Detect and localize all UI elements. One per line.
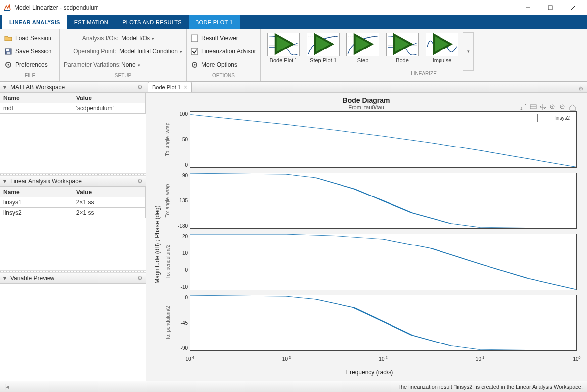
result-viewer-label: Result Viewer (201, 35, 238, 42)
save-session-button[interactable]: Save Session (4, 46, 55, 57)
legend[interactable]: linsys2 (537, 114, 573, 122)
svg-rect-2 (548, 6, 552, 10)
titlebar: Model Linearizer - scdpendulum (0, 0, 587, 15)
axes[interactable] (190, 295, 577, 351)
zoom-out-icon[interactable] (559, 103, 567, 111)
tab-estimation[interactable]: ESTIMATION (67, 15, 115, 29)
gallery-caption: Bode Plot 1 (270, 57, 298, 63)
axes[interactable] (190, 173, 577, 229)
column-name[interactable]: Name (0, 187, 73, 197)
toolstrip-group-setup: Analysis I/Os: Model I/Os Operating Poin… (60, 29, 187, 81)
panel-options-icon[interactable]: ⚙ (137, 275, 143, 282)
load-session-button[interactable]: Load Session (4, 33, 55, 44)
table-row[interactable]: mdl 'scdpendulum' (0, 103, 146, 114)
close-button[interactable] (562, 0, 585, 15)
subplot-phase-pendulum: To: pendulum/2 0-45-90 (163, 295, 577, 351)
collapse-triangle-icon: ▾ (3, 84, 8, 91)
column-value[interactable]: Value (73, 93, 145, 103)
right-column: Bode Plot 1 × ⚙ Bode Diagram From: tau0/… (146, 82, 587, 381)
pan-icon[interactable] (539, 103, 547, 111)
table-row[interactable]: linsys2 2×1 ss (0, 208, 146, 218)
subplot-ylabel: To: pendulum/2 (165, 245, 171, 279)
svg-marker-20 (355, 35, 372, 53)
analysis-ios-dropdown[interactable]: Model I/Os (121, 35, 154, 42)
gear-icon (191, 61, 198, 69)
plot-xlabel: Frequency (rad/s) (163, 369, 577, 378)
operating-point-dropdown[interactable]: Model Initial Condition (119, 48, 182, 55)
more-options-label: More Options (201, 61, 237, 68)
brush-icon[interactable] (519, 103, 527, 111)
content-area: ▾ MATLAB Workspace ⚙ Name Value mdl 'scd… (0, 82, 587, 381)
cell-name: mdl (0, 103, 73, 114)
yticks: -90-135-180 (173, 173, 190, 229)
variable-preview-header[interactable]: ▾ Variable Preview ⚙ (0, 273, 146, 284)
linear-workspace-table: Name Value linsys1 2×1 ss linsys2 2×1 ss (0, 187, 146, 218)
column-name[interactable]: Name (0, 93, 73, 103)
legend-swatch-icon (540, 118, 551, 118)
doc-tabs-options-icon[interactable]: ⚙ (578, 85, 584, 92)
zoom-in-icon[interactable] (549, 103, 557, 111)
table-row[interactable]: linsys1 2×1 ss (0, 197, 146, 208)
linearization-advisor-checkbox[interactable]: Linearization Advisor (191, 46, 256, 57)
svg-rect-6 (6, 49, 9, 51)
matlab-workspace-header[interactable]: ▾ MATLAB Workspace ⚙ (0, 82, 146, 93)
statusbar-history-icon[interactable]: |◂ (4, 383, 9, 390)
toolstrip-group-options: Result Viewer Linearization Advisor More… (187, 29, 261, 81)
more-options-button[interactable]: More Options (191, 59, 256, 70)
home-icon[interactable] (569, 103, 577, 111)
step-thumb-icon (307, 33, 340, 56)
app-window: Model Linearizer - scdpendulum LINEAR AN… (0, 0, 587, 392)
plot-ylabel: Magnitude (dB) ; Phase (deg) (152, 111, 163, 378)
minimize-button[interactable] (516, 0, 539, 15)
axes[interactable]: linsys2 (190, 111, 577, 168)
svg-marker-22 (394, 35, 412, 53)
gallery-expand-button[interactable]: ▾ (463, 32, 474, 71)
window-title: Model Linearizer - scdpendulum (14, 4, 516, 11)
gallery-caption: Step Plot 1 (310, 57, 337, 63)
plot-title: Bode Diagram (152, 97, 581, 104)
legend-label: linsys2 (554, 115, 570, 121)
toolstrip: Load Session Save Session Preferences FI… (0, 29, 587, 82)
result-viewer-checkbox[interactable]: Result Viewer (191, 33, 256, 44)
gallery-item-step-plot-1[interactable]: Step Plot 1 (304, 31, 342, 70)
close-tab-icon[interactable]: × (184, 84, 187, 91)
folder-open-icon (4, 34, 12, 42)
axes[interactable] (190, 234, 577, 290)
svg-point-13 (194, 64, 196, 66)
linear-workspace-header[interactable]: ▾ Linear Analysis Workspace ⚙ (0, 176, 146, 187)
gallery-item-bode[interactable]: Bode (384, 31, 421, 70)
param-variations-dropdown[interactable]: None (121, 61, 140, 68)
floppy-disk-icon (4, 48, 12, 55)
svg-marker-18 (315, 35, 333, 53)
file-group-label: FILE (4, 73, 55, 81)
yticks: 20100-10 (173, 234, 190, 290)
svg-point-9 (8, 64, 9, 66)
column-value[interactable]: Value (73, 187, 145, 197)
bode-thumb-icon (267, 33, 300, 56)
matlab-workspace-title: MATLAB Workspace (10, 84, 65, 91)
datatips-icon[interactable] (529, 103, 537, 111)
gallery-caption: Impulse (433, 57, 452, 63)
svg-marker-16 (276, 35, 293, 53)
maximize-button[interactable] (539, 0, 562, 15)
panel-options-icon[interactable]: ⚙ (137, 178, 143, 185)
tab-linear-analysis[interactable]: LINEAR ANALYSIS (2, 15, 67, 29)
preferences-button[interactable]: Preferences (4, 59, 55, 70)
gallery-caption: Step (357, 57, 369, 63)
plot-toolbar (519, 103, 577, 111)
toolstrip-group-linearize: Bode Plot 1 Step Plot 1 Step (261, 29, 587, 81)
load-session-label: Load Session (15, 35, 51, 42)
svg-line-27 (554, 108, 556, 110)
tab-plots-results[interactable]: PLOTS AND RESULTS (115, 15, 189, 29)
param-variations-label: Parameter Variations: (64, 61, 118, 68)
gallery-item-bode-plot-1[interactable]: Bode Plot 1 (265, 31, 302, 70)
cell-name: linsys1 (0, 197, 73, 208)
gallery-item-step[interactable]: Step (344, 31, 382, 70)
panel-options-icon[interactable]: ⚙ (137, 84, 143, 91)
doc-tab-bode-plot-1[interactable]: Bode Plot 1 × (148, 82, 192, 92)
doc-tab-label: Bode Plot 1 (152, 84, 181, 90)
subplot-ylabel: To: angle_wrap (165, 123, 171, 156)
gallery-item-impulse[interactable]: Impulse (423, 31, 461, 70)
toolstrip-group-file: Load Session Save Session Preferences FI… (0, 29, 60, 81)
tab-bode-plot-1[interactable]: BODE PLOT 1 (189, 15, 240, 29)
